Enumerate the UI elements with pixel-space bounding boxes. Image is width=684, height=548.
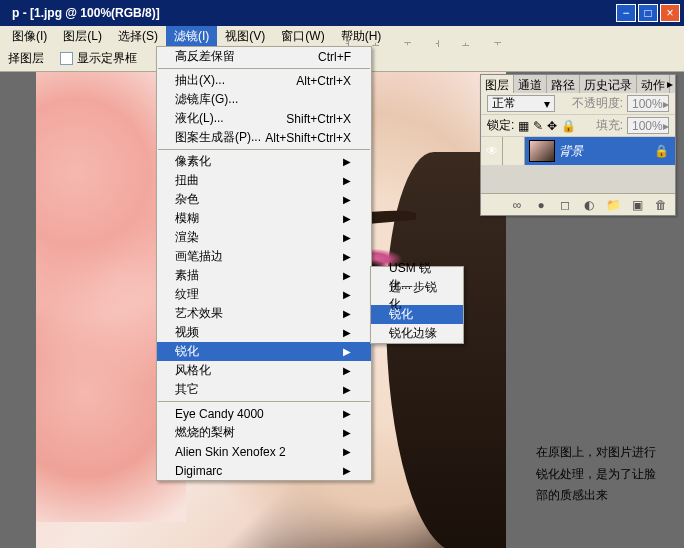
lock-move-icon[interactable]: ✥ — [547, 119, 557, 133]
panel-menu-icon[interactable]: ▸ — [667, 77, 673, 91]
submenu-item[interactable]: 进一步锐化 — [371, 286, 463, 305]
menu-item[interactable]: 杂色▶ — [157, 190, 371, 209]
menu-2[interactable]: 选择(S) — [110, 26, 166, 47]
menu-item[interactable]: 扭曲▶ — [157, 171, 371, 190]
fill-input[interactable]: 100%▸ — [627, 117, 669, 134]
submenu-arrow-icon: ▶ — [343, 270, 351, 281]
panel-tab[interactable]: 动作 — [637, 75, 670, 93]
new-group-icon[interactable]: 📁 — [605, 198, 621, 212]
opacity-input[interactable]: 100%▸ — [627, 95, 669, 112]
menu-item[interactable]: 抽出(X)...Alt+Ctrl+X — [157, 71, 371, 90]
menu-item[interactable]: 艺术效果▶ — [157, 304, 371, 323]
close-button[interactable]: × — [660, 4, 680, 22]
adjustment-layer-icon[interactable]: ◐ — [581, 198, 597, 212]
layer-name: 背景 — [559, 143, 583, 160]
annotation-text: 在原图上，对图片进行锐化处理，是为了让脸部的质感出来 — [536, 442, 656, 507]
layer-row-background[interactable]: 👁 背景 🔒 — [481, 137, 675, 165]
menu-3[interactable]: 滤镜(I) — [166, 26, 217, 47]
menu-item[interactable]: 锐化▶ — [157, 342, 371, 361]
separator — [158, 149, 370, 150]
menu-item[interactable]: Digimarc▶ — [157, 461, 371, 480]
filter-menu-dropdown: 高反差保留Ctrl+F抽出(X)...Alt+Ctrl+X滤镜库(G)...液化… — [156, 46, 372, 481]
menu-item[interactable]: 渲染▶ — [157, 228, 371, 247]
distribute-icon[interactable]: ⫞ — [434, 36, 440, 50]
menu-item[interactable]: Alien Skin Xenofex 2▶ — [157, 442, 371, 461]
submenu-arrow-icon: ▶ — [343, 384, 351, 395]
visibility-toggle[interactable]: 👁 — [481, 137, 503, 165]
submenu-arrow-icon: ▶ — [343, 308, 351, 319]
window-title: p - [1.jpg @ 100%(RGB/8)] — [4, 6, 614, 20]
sharpen-submenu: USM 锐化...进一步锐化锐化锐化边缘 — [370, 266, 464, 344]
menu-item[interactable]: 其它▶ — [157, 380, 371, 399]
submenu-item[interactable]: 锐化边缘 — [371, 324, 463, 343]
lock-all-icon[interactable]: 🔒 — [561, 119, 576, 133]
new-layer-icon[interactable]: ▣ — [629, 198, 645, 212]
chevron-down-icon: ▸ — [663, 119, 669, 133]
lock-label: 锁定: — [487, 117, 514, 134]
align-icon[interactable]: ⫟ — [402, 36, 414, 50]
menu-5[interactable]: 窗口(W) — [273, 26, 332, 47]
menu-item[interactable]: 模糊▶ — [157, 209, 371, 228]
submenu-arrow-icon: ▶ — [343, 465, 351, 476]
panel-tab[interactable]: 图层 — [481, 75, 514, 93]
minimize-button[interactable]: − — [616, 4, 636, 22]
layers-empty-area — [481, 165, 675, 193]
lock-paint-icon[interactable]: ✎ — [533, 119, 543, 133]
title-bar: p - [1.jpg @ 100%(RGB/8)] − □ × — [0, 0, 684, 26]
submenu-arrow-icon: ▶ — [343, 232, 351, 243]
link-col[interactable] — [503, 137, 525, 165]
chevron-down-icon: ▾ — [544, 97, 550, 111]
checkbox-icon — [60, 52, 73, 65]
panel-tab[interactable]: 通道 — [514, 75, 547, 93]
distribute-icon[interactable]: ⫠ — [460, 36, 472, 50]
submenu-arrow-icon: ▶ — [343, 156, 351, 167]
menu-item[interactable]: 液化(L)...Shift+Ctrl+X — [157, 109, 371, 128]
menu-item[interactable]: 燃烧的梨树▶ — [157, 423, 371, 442]
submenu-arrow-icon: ▶ — [343, 213, 351, 224]
layer-mask-icon[interactable]: ◻ — [557, 198, 573, 212]
panel-tab[interactable]: 历史记录 — [580, 75, 637, 93]
menu-4[interactable]: 视图(V) — [217, 26, 273, 47]
submenu-arrow-icon: ▶ — [343, 194, 351, 205]
lock-transparent-icon[interactable]: ▦ — [518, 119, 529, 133]
opacity-label: 不透明度: — [572, 95, 623, 112]
submenu-arrow-icon: ▶ — [343, 289, 351, 300]
blend-mode-select[interactable]: 正常▾ — [487, 95, 555, 112]
menu-bar: 图像(I)图层(L)选择(S)滤镜(I)视图(V)窗口(W)帮助(H) — [0, 26, 684, 46]
menu-0[interactable]: 图像(I) — [4, 26, 55, 47]
menu-1[interactable]: 图层(L) — [55, 26, 110, 47]
submenu-arrow-icon: ▶ — [343, 408, 351, 419]
menu-item[interactable]: 纹理▶ — [157, 285, 371, 304]
bounding-box-toggle[interactable]: 显示定界框 — [60, 50, 137, 67]
menu-item[interactable]: 滤镜库(G)... — [157, 90, 371, 109]
menu-item[interactable]: 图案生成器(P)...Alt+Shift+Ctrl+X — [157, 128, 371, 147]
delete-layer-icon[interactable]: 🗑 — [653, 198, 669, 212]
toolbar-label: 择图层 — [8, 50, 44, 67]
menu-item[interactable]: 高反差保留Ctrl+F — [157, 47, 371, 66]
chevron-down-icon: ▸ — [663, 97, 669, 111]
menu-item[interactable]: 画笔描边▶ — [157, 247, 371, 266]
lock-icon: 🔒 — [654, 144, 669, 158]
layer-thumbnail — [529, 140, 555, 162]
submenu-arrow-icon: ▶ — [343, 365, 351, 376]
distribute-icon[interactable]: ⫟ — [492, 36, 504, 50]
menu-item[interactable]: 素描▶ — [157, 266, 371, 285]
maximize-button[interactable]: □ — [638, 4, 658, 22]
menu-item[interactable]: 风格化▶ — [157, 361, 371, 380]
submenu-arrow-icon: ▶ — [343, 446, 351, 457]
separator — [158, 68, 370, 69]
panel-footer: ∞ ● ◻ ◐ 📁 ▣ 🗑 — [481, 193, 675, 215]
layer-style-icon[interactable]: ● — [533, 198, 549, 212]
submenu-arrow-icon: ▶ — [343, 327, 351, 338]
submenu-arrow-icon: ▶ — [343, 251, 351, 262]
layers-panel: 图层通道路径历史记录动作▸ 正常▾ 不透明度: 100%▸ 锁定: ▦ ✎ ✥ … — [480, 74, 676, 216]
eye-icon: 👁 — [486, 144, 498, 158]
separator — [158, 401, 370, 402]
panel-tab[interactable]: 路径 — [547, 75, 580, 93]
menu-item[interactable]: 视频▶ — [157, 323, 371, 342]
submenu-arrow-icon: ▶ — [343, 175, 351, 186]
link-layers-icon[interactable]: ∞ — [509, 198, 525, 212]
menu-item[interactable]: Eye Candy 4000▶ — [157, 404, 371, 423]
submenu-arrow-icon: ▶ — [343, 427, 351, 438]
menu-item[interactable]: 像素化▶ — [157, 152, 371, 171]
